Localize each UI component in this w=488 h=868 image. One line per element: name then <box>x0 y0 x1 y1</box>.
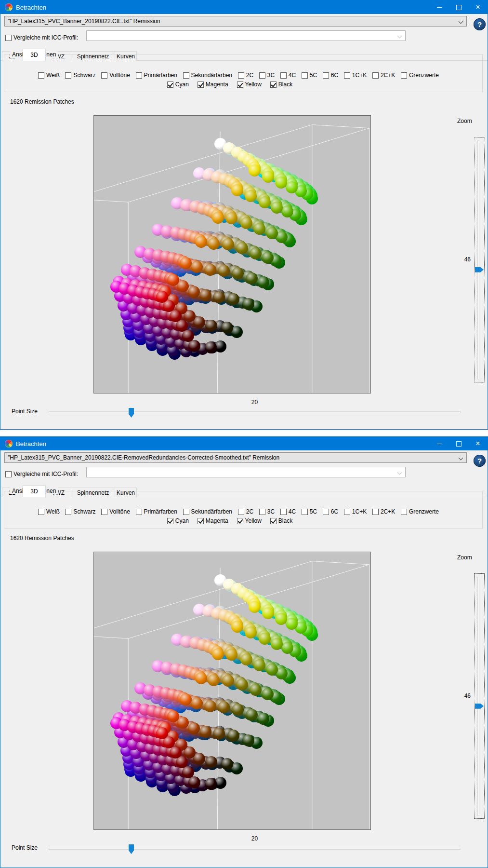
checkbox-unchecked <box>136 509 142 515</box>
file-selector[interactable]: "HP_Latex315_PVC_Banner_20190822.CIE.txt… <box>4 16 467 27</box>
point-size-thumb[interactable] <box>129 408 134 418</box>
gamut-sphere <box>221 758 233 770</box>
option-checkbox-prim-rfarben[interactable]: Primärfarben <box>136 508 177 515</box>
option-checkbox-vollt-ne[interactable]: Volltöne <box>101 508 130 515</box>
option-checkbox-5c[interactable]: 5C <box>302 508 317 515</box>
option-checkbox-5c[interactable]: 5C <box>302 72 317 79</box>
maximize-icon <box>456 5 462 10</box>
checkbox-unchecked <box>183 72 189 79</box>
option-label: 6C <box>331 508 338 515</box>
option-checkbox-cyan[interactable]: Cyan <box>167 517 189 524</box>
tab-3d[interactable]: 3D <box>23 485 46 497</box>
gamut-sphere <box>156 727 168 739</box>
gamut-sphere <box>213 728 225 740</box>
file-selector[interactable]: "HP_Latex315_PVC_Banner_20190822.CIE-Rem… <box>4 452 467 463</box>
gamut-sphere <box>257 276 269 288</box>
checkbox-checked <box>198 81 204 88</box>
option-label: Magenta <box>206 81 228 88</box>
zoom-slider-track[interactable] <box>477 140 479 380</box>
gamut-3d-plot[interactable] <box>93 115 371 393</box>
minimize-button[interactable] <box>430 437 449 450</box>
option-checkbox-grenzwerte[interactable]: Grenzwerte <box>401 508 439 515</box>
checkbox-checked <box>167 518 173 524</box>
help-button[interactable]: ? <box>474 18 486 30</box>
option-checkbox-2c[interactable]: 2C <box>238 72 253 79</box>
grid-line <box>312 561 369 565</box>
option-checkbox-prim-rfarben[interactable]: Primärfarben <box>136 72 177 79</box>
option-checkbox-2c-k[interactable]: 2C+K <box>372 508 395 515</box>
point-size-track[interactable] <box>49 411 461 413</box>
option-checkbox-4c[interactable]: 4C <box>280 508 296 515</box>
maximize-button[interactable] <box>449 0 468 14</box>
window-title: Betrachten <box>16 4 46 11</box>
icc-profile-selector[interactable] <box>86 30 406 41</box>
compare-icc-checkbox[interactable]: Vergleiche mit ICC-Profil: <box>5 471 78 477</box>
option-label: Schwarz <box>73 508 95 515</box>
gamut-sphere <box>225 649 237 661</box>
close-button[interactable]: × <box>468 0 488 14</box>
titlebar[interactable]: Betrachten × <box>0 437 488 450</box>
option-checkbox-yellow[interactable]: Yellow <box>237 517 262 524</box>
gamut-sphere <box>262 607 274 619</box>
option-label: 2C <box>246 508 253 515</box>
option-checkbox-schwarz[interactable]: Schwarz <box>65 72 95 79</box>
option-checkbox-yellow[interactable]: Yellow <box>237 81 262 88</box>
zoom-slider-track[interactable] <box>477 577 479 816</box>
zoom-slider[interactable] <box>474 137 485 382</box>
option-checkbox-6c[interactable]: 6C <box>323 72 338 79</box>
gamut-sphere <box>271 202 283 214</box>
titlebar[interactable]: Betrachten × <box>0 0 488 14</box>
checkbox-checked <box>270 81 277 88</box>
gamut-sphere <box>188 340 200 352</box>
option-checkbox-6c[interactable]: 6C <box>323 508 338 515</box>
option-checkbox-black[interactable]: Black <box>270 517 292 524</box>
point-size-thumb[interactable] <box>129 844 134 854</box>
option-checkbox-grenzwerte[interactable]: Grenzwerte <box>401 72 439 79</box>
gamut-sphere <box>188 722 200 734</box>
option-checkbox-vollt-ne[interactable]: Volltöne <box>101 72 130 79</box>
option-checkbox-1c-k[interactable]: 1C+K <box>344 72 367 79</box>
option-label: Schwarz <box>73 72 95 79</box>
option-label: 4C <box>289 508 296 515</box>
tab-3d[interactable]: 3D <box>23 49 46 61</box>
option-label: Sekundärfarben <box>191 72 232 79</box>
option-checkbox-wei-[interactable]: Weiß <box>38 508 60 515</box>
option-checkbox-2c[interactable]: 2C <box>238 508 253 515</box>
option-checkbox-cyan[interactable]: Cyan <box>167 81 189 88</box>
help-icon: ? <box>477 20 482 28</box>
option-checkbox-3c[interactable]: 3C <box>259 72 275 79</box>
option-checkbox-wei-[interactable]: Weiß <box>38 72 60 79</box>
option-label: Primärfarben <box>144 72 177 79</box>
close-button[interactable]: × <box>468 437 488 450</box>
maximize-button[interactable] <box>449 437 468 450</box>
option-checkbox-2c-k[interactable]: 2C+K <box>372 72 395 79</box>
option-checkbox-magenta[interactable]: Magenta <box>198 81 228 88</box>
grid-line <box>94 199 128 202</box>
option-label: Magenta <box>206 517 228 524</box>
option-checkbox-sekund-rfarben[interactable]: Sekundärfarben <box>183 72 232 79</box>
option-checkbox-black[interactable]: Black <box>270 81 292 88</box>
gamut-sphere <box>266 664 278 676</box>
icc-profile-selector[interactable] <box>86 467 406 477</box>
point-size-track[interactable] <box>49 848 461 850</box>
gamut-sphere <box>225 212 237 224</box>
zoom-slider-label: Zoom <box>457 118 477 124</box>
gamut-3d-plot[interactable] <box>93 552 371 830</box>
option-checkbox-magenta[interactable]: Magenta <box>198 517 228 524</box>
option-checkbox-sekund-rfarben[interactable]: Sekundärfarben <box>183 508 232 515</box>
zoom-slider-value: 46 <box>455 256 471 263</box>
help-button[interactable]: ? <box>474 455 486 467</box>
zoom-slider[interactable] <box>474 573 485 819</box>
gamut-sphere <box>180 257 192 269</box>
checkbox-unchecked <box>101 72 107 79</box>
viewer-window-2: Betrachten × "HP_Latex315_PVC_Banner_201… <box>0 436 488 868</box>
option-checkbox-1c-k[interactable]: 1C+K <box>344 508 367 515</box>
compare-icc-checkbox[interactable]: Vergleiche mit ICC-Profil: <box>5 34 78 41</box>
option-checkbox-4c[interactable]: 4C <box>280 72 296 79</box>
minimize-button[interactable] <box>430 0 449 14</box>
option-checkbox-schwarz[interactable]: Schwarz <box>65 508 95 515</box>
gamut-sphere <box>259 633 271 645</box>
gamut-sphere <box>253 223 265 235</box>
gamut-sphere <box>221 322 233 334</box>
option-checkbox-3c[interactable]: 3C <box>259 508 275 515</box>
